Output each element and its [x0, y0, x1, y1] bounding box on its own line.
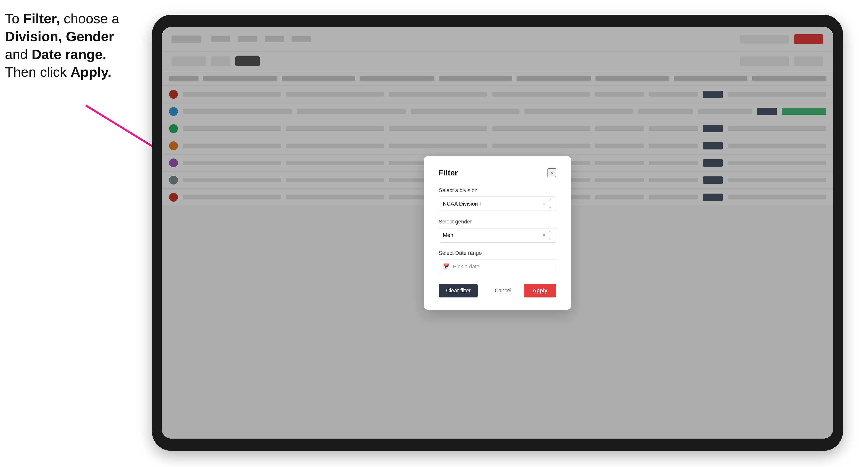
date-field-group: Select Date range 📅 Pick a date: [439, 250, 556, 274]
gender-chevron-icon[interactable]: ⌃⌄: [549, 230, 552, 241]
division-clear-icon[interactable]: ×: [542, 201, 546, 207]
division-label: Select a division: [439, 187, 556, 193]
modal-overlay: Filter × Select a division NCAA Division…: [162, 27, 833, 439]
date-input[interactable]: 📅 Pick a date: [439, 259, 556, 274]
modal-title: Filter: [439, 168, 458, 177]
gender-clear-icon[interactable]: ×: [542, 232, 546, 238]
gender-selected-value: Men: [443, 232, 453, 239]
cancel-button[interactable]: Cancel: [487, 284, 519, 298]
division-select-controls: × ⌃⌄: [542, 198, 552, 209]
tablet-screen: Filter × Select a division NCAA Division…: [162, 27, 833, 439]
instruction-text: To Filter, choose a Division, Gender and…: [5, 10, 147, 81]
apply-button[interactable]: Apply: [524, 284, 556, 298]
instruction-line1: To Filter, choose a: [5, 11, 119, 26]
instruction-line3: and Date range.: [5, 46, 106, 62]
modal-header: Filter ×: [439, 168, 556, 177]
instruction-line4: Then click Apply.: [5, 64, 112, 80]
footer-right-buttons: Cancel Apply: [487, 284, 556, 298]
date-placeholder: Pick a date: [453, 263, 479, 270]
division-selected-value: NCAA Division I: [443, 201, 481, 207]
date-label: Select Date range: [439, 250, 556, 256]
clear-filter-button[interactable]: Clear filter: [439, 284, 478, 298]
gender-select[interactable]: Men × ⌃⌄: [439, 228, 556, 243]
instruction-bold2: Division, Gender: [5, 29, 114, 44]
division-chevron-icon[interactable]: ⌃⌄: [549, 198, 552, 209]
modal-footer: Clear filter Cancel Apply: [439, 284, 556, 298]
division-field-group: Select a division NCAA Division I × ⌃⌄: [439, 187, 556, 211]
tablet-frame: Filter × Select a division NCAA Division…: [152, 15, 843, 451]
gender-select-controls: × ⌃⌄: [542, 230, 552, 241]
modal-close-button[interactable]: ×: [548, 168, 556, 177]
calendar-icon: 📅: [443, 263, 450, 270]
gender-label: Select gender: [439, 219, 556, 225]
division-select[interactable]: NCAA Division I × ⌃⌄: [439, 196, 556, 211]
gender-field-group: Select gender Men × ⌃⌄: [439, 219, 556, 243]
filter-modal: Filter × Select a division NCAA Division…: [424, 156, 571, 310]
